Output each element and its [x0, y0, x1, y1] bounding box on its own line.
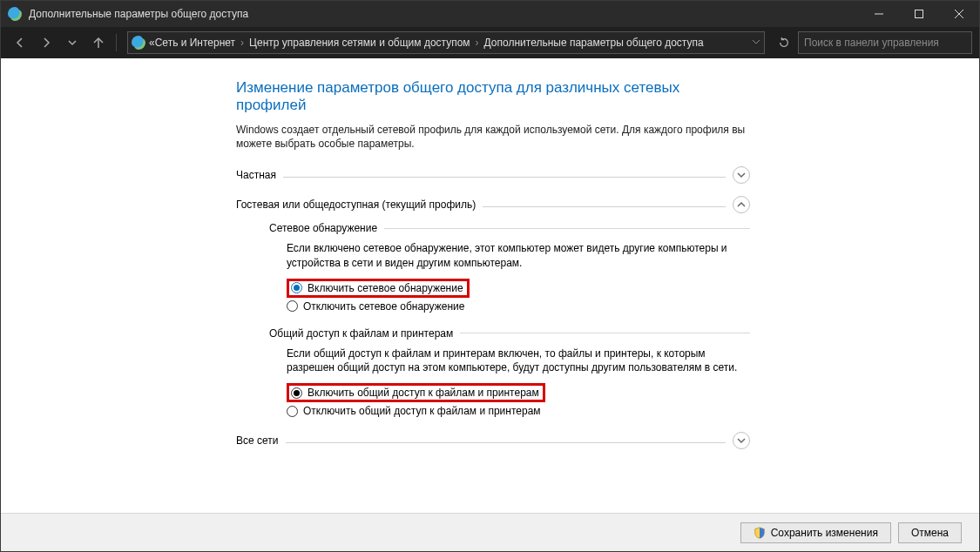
radio-label: Отключить сетевое обнаружение	[303, 300, 464, 313]
radio-label[interactable]: Включить сетевое обнаружение	[308, 282, 463, 294]
shield-icon	[754, 527, 766, 539]
profile-guest-label: Гостевая или общедоступная (текущий проф…	[236, 199, 476, 211]
profile-private-header[interactable]: Частная	[236, 166, 750, 184]
profile-all-header[interactable]: Все сети	[236, 432, 750, 449]
breadcrumb-item[interactable]: Центр управления сетями и общим доступом	[249, 37, 470, 49]
network-discovery-title: Сетевое обнаружение	[269, 222, 750, 234]
expand-icon[interactable]	[733, 166, 750, 184]
breadcrumb-item[interactable]: Дополнительные параметры общего доступа	[484, 37, 704, 49]
radio-disable-file-sharing[interactable]	[287, 406, 298, 417]
control-panel-icon	[132, 36, 145, 50]
file-sharing-text: Если общий доступ к файлам и принтерам в…	[287, 347, 750, 374]
search-placeholder: Поиск в панели управления	[804, 37, 939, 49]
svg-rect-1	[916, 10, 923, 18]
radio-enable-file-sharing[interactable]	[291, 387, 302, 399]
chevron-right-icon: ›	[240, 37, 244, 49]
breadcrumb-dropdown-button[interactable]	[752, 37, 760, 49]
breadcrumb[interactable]: « Сеть и Интернет › Центр управления сет…	[127, 31, 765, 54]
page-title: Изменение параметров общего доступа для …	[236, 79, 750, 114]
window-controls	[859, 1, 979, 27]
forward-button[interactable]	[34, 30, 58, 55]
refresh-button[interactable]	[772, 31, 796, 54]
save-button[interactable]: Сохранить изменения	[740, 522, 891, 543]
radio-row[interactable]: Отключить сетевое обнаружение	[287, 298, 750, 315]
profile-private-label: Частная	[236, 169, 276, 181]
content-area: Изменение параметров общего доступа для …	[1, 58, 979, 513]
save-button-label: Сохранить изменения	[771, 527, 878, 539]
cancel-button[interactable]: Отмена	[898, 522, 962, 543]
radio-label[interactable]: Включить общий доступ к файлам и принтер…	[308, 387, 539, 399]
radio-disable-network-discovery[interactable]	[287, 300, 298, 312]
collapse-icon[interactable]	[733, 196, 750, 213]
file-sharing-section: Общий доступ к файлам и принтерам Если о…	[269, 327, 750, 420]
breadcrumb-prefix: «	[149, 37, 155, 49]
divider	[283, 177, 726, 178]
divider	[483, 206, 726, 207]
divider	[460, 333, 750, 333]
close-button[interactable]	[939, 1, 979, 27]
file-sharing-title: Общий доступ к файлам и принтерам	[269, 327, 750, 340]
file-sharing-radios: Включить общий доступ к файлам и принтер…	[287, 383, 750, 420]
maximize-button[interactable]	[899, 1, 939, 27]
titlebar: Дополнительные параметры общего доступа	[1, 1, 979, 27]
window: Дополнительные параметры общего доступа …	[0, 0, 980, 552]
divider	[384, 228, 750, 229]
window-title: Дополнительные параметры общего доступа	[29, 8, 859, 20]
up-button[interactable]	[86, 30, 111, 55]
network-discovery-section: Сетевое обнаружение Если включено сетево…	[269, 222, 750, 314]
page-description: Windows создает отдельный сетевой профил…	[236, 123, 750, 151]
nav-separator	[116, 34, 117, 51]
profile-all-label: Все сети	[236, 434, 279, 447]
chevron-right-icon: ›	[476, 37, 479, 49]
cancel-button-label: Отмена	[911, 527, 949, 539]
breadcrumb-item[interactable]: Сеть и Интернет	[155, 37, 235, 49]
search-input[interactable]: Поиск в панели управления	[798, 31, 972, 54]
footer: Сохранить изменения Отмена	[1, 513, 979, 551]
radio-row[interactable]: Отключить общий доступ к файлам и принте…	[287, 402, 750, 420]
network-discovery-text: Если включено сетевое обнаружение, этот …	[287, 241, 750, 269]
radio-enable-network-discovery[interactable]	[291, 282, 302, 293]
network-discovery-radios: Включить сетевое обнаружение Отключить с…	[287, 279, 750, 315]
divider	[286, 442, 727, 443]
navbar: « Сеть и Интернет › Центр управления сет…	[1, 27, 979, 58]
minimize-button[interactable]	[859, 1, 899, 27]
app-icon	[8, 7, 22, 21]
highlight-box: Включить сетевое обнаружение	[287, 279, 470, 298]
profile-guest-header[interactable]: Гостевая или общедоступная (текущий проф…	[236, 196, 750, 213]
page: Изменение параметров общего доступа для …	[236, 79, 750, 458]
back-button[interactable]	[8, 30, 32, 55]
radio-label: Отключить общий доступ к файлам и принте…	[303, 405, 541, 417]
recent-button[interactable]	[60, 30, 84, 55]
highlight-box: Включить общий доступ к файлам и принтер…	[287, 383, 545, 402]
expand-icon[interactable]	[733, 432, 750, 449]
